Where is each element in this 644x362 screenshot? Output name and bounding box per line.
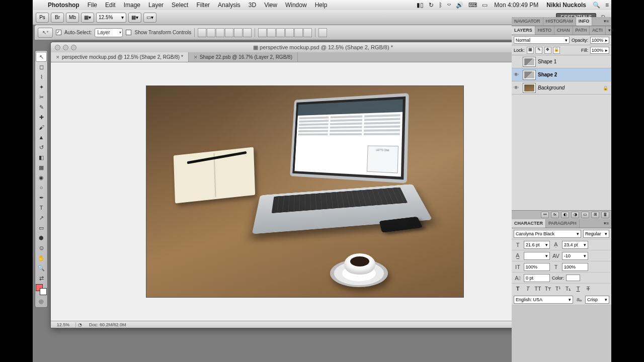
underline-button[interactable]: T	[574, 286, 582, 292]
fill-field[interactable]: 100%▸	[590, 47, 609, 54]
bridge-icon[interactable]: Br	[51, 13, 64, 23]
visibility-toggle[interactable]: 👁	[512, 72, 521, 77]
mask-icon[interactable]: ◐	[561, 212, 569, 218]
lock-pixels[interactable]: ✎	[535, 47, 542, 54]
trash-icon[interactable]: 🗑	[601, 212, 609, 218]
color-swatches[interactable]	[36, 284, 47, 295]
eyedropper-tool[interactable]: ✎	[36, 102, 47, 112]
lock-transparency[interactable]: ▦	[527, 47, 534, 54]
swap-colors-icon[interactable]: ⇄	[36, 273, 47, 283]
italic-button[interactable]: T	[524, 286, 532, 292]
dist-left[interactable]	[285, 28, 294, 37]
tab-navigator[interactable]: NAVIGATOR	[512, 17, 543, 26]
tab-info[interactable]: INFO	[576, 17, 593, 26]
quickmask-tool[interactable]: ◎	[36, 296, 47, 306]
3dcam-tool[interactable]: ⊙	[36, 243, 47, 253]
group-icon[interactable]: ▭	[581, 212, 589, 218]
layer-row[interactable]: 👁 Background 🔒	[512, 81, 611, 95]
hand-tool[interactable]: ✋	[36, 253, 47, 263]
layer-name[interactable]: Shape 2	[538, 72, 557, 77]
font-weight-select[interactable]: Regular▾	[583, 230, 609, 238]
menu-select[interactable]: Select	[168, 2, 192, 9]
ps-icon[interactable]: Ps	[36, 13, 49, 23]
battery-icon[interactable]: ▮▯	[414, 2, 426, 9]
menu-window[interactable]: Window	[281, 2, 311, 9]
timemachine-icon[interactable]: ↻	[426, 2, 436, 9]
stamp-tool[interactable]: ▲	[36, 132, 47, 142]
tracking-field[interactable]: -10▾	[562, 252, 588, 260]
zoom-window[interactable]	[71, 45, 76, 50]
tab-layers[interactable]: LAYERS	[512, 26, 535, 35]
marquee-tool[interactable]: ◻	[36, 62, 47, 72]
arrange-button[interactable]: ▦▾	[128, 13, 141, 23]
volume-icon[interactable]: 🔊	[453, 2, 466, 9]
layer-thumb[interactable]	[523, 70, 536, 80]
tab-histogram[interactable]: HISTOGRAM	[543, 17, 576, 26]
menu-3d[interactable]: 3D	[245, 2, 260, 9]
adjustment-icon[interactable]: ◑	[571, 212, 579, 218]
opacity-field[interactable]: 100%▸	[590, 37, 609, 44]
3d-tool[interactable]: ⬢	[36, 233, 47, 243]
font-size-field[interactable]: 21.6 pt▾	[524, 241, 550, 249]
dist-right[interactable]	[303, 28, 312, 37]
menu-layer[interactable]: Layer	[144, 2, 168, 9]
align-left[interactable]	[225, 28, 233, 37]
tab-actions[interactable]: ACTI	[590, 26, 606, 35]
canvas[interactable]: LET'S Chat	[51, 62, 558, 321]
autoselect-checkbox[interactable]	[56, 30, 61, 35]
leading-field[interactable]: 23.4 pt▾	[562, 241, 588, 249]
doc-tab-1[interactable]: ✕perspective mockup.psd @ 12.5% (Shape 2…	[51, 52, 189, 62]
minimize-window[interactable]	[63, 45, 68, 50]
align-top[interactable]	[198, 28, 206, 37]
visibility-toggle[interactable]: 👁	[512, 85, 521, 90]
link-layers-icon[interactable]: ⚯	[541, 212, 549, 218]
antialias-select[interactable]: Crisp▾	[585, 296, 609, 304]
minibridge-icon[interactable]: Mb	[66, 13, 79, 23]
autoalign[interactable]	[318, 28, 327, 37]
menu-image[interactable]: Image	[120, 2, 144, 9]
panel-menu-icon[interactable]: ▾≡	[601, 219, 611, 228]
align-vmid[interactable]	[207, 28, 215, 37]
screenmode-button[interactable]: ▭▾	[143, 13, 156, 23]
lock-all[interactable]: 🔒	[553, 47, 560, 54]
blur-tool[interactable]: ◉	[36, 172, 47, 183]
font-family-select[interactable]: Carolyna Pro Black▾	[514, 230, 581, 238]
menu-help[interactable]: Help	[311, 2, 332, 9]
new-layer-icon[interactable]: ⊞	[591, 212, 599, 218]
text-color-swatch[interactable]	[566, 275, 580, 281]
wifi-icon[interactable]: ⌔	[445, 2, 453, 9]
close-tab-icon[interactable]: ✕	[194, 55, 198, 60]
status-docinfo[interactable]: Doc: 60.2M/82.0M	[84, 322, 560, 327]
align-bottom[interactable]	[216, 28, 224, 37]
hscale-field[interactable]: 100%	[562, 263, 588, 271]
lock-position[interactable]: ✥	[544, 47, 551, 54]
language-select[interactable]: English: USA▾	[514, 296, 573, 304]
user-menu[interactable]: Nikki Nuckols	[542, 2, 590, 9]
autoselect-target[interactable]: Layer	[95, 28, 123, 37]
close-window[interactable]	[55, 45, 60, 50]
dodge-tool[interactable]: ○	[36, 183, 47, 193]
subscript-button[interactable]: T₁	[564, 286, 572, 292]
vscale-field[interactable]: 100%	[524, 263, 550, 271]
layer-row[interactable]: Shape 1	[512, 55, 611, 68]
tab-paragraph[interactable]: PARAGRAPH	[546, 219, 580, 228]
status-info-icon[interactable]: ◔	[76, 322, 84, 327]
pen-tool[interactable]: ✒	[36, 193, 47, 203]
view-extras-button[interactable]: ▦▾	[81, 13, 94, 23]
kerning-field[interactable]: ▾	[524, 252, 550, 260]
path-tool[interactable]: ↗	[36, 213, 47, 223]
tab-paths[interactable]: PATH	[573, 26, 590, 35]
shape-tool[interactable]: ▭	[36, 223, 47, 233]
superscript-button[interactable]: T¹	[554, 286, 562, 292]
dist-top[interactable]	[258, 28, 267, 37]
blend-mode-select[interactable]: Normal▾	[514, 36, 570, 44]
showtransform-checkbox[interactable]	[126, 30, 131, 35]
history-tool[interactable]: ↺	[36, 142, 47, 152]
app-name[interactable]: Photoshop	[44, 2, 84, 9]
panel-menu-icon[interactable]: ▾≡	[606, 26, 616, 35]
move-tool-icon[interactable]: ↖⁺	[38, 28, 53, 38]
layer-name[interactable]: Background	[538, 85, 565, 90]
tab-channels[interactable]: CHAN	[554, 26, 573, 35]
display-icon[interactable]: ▭	[479, 2, 490, 9]
tab-history[interactable]: HISTO	[535, 26, 554, 35]
